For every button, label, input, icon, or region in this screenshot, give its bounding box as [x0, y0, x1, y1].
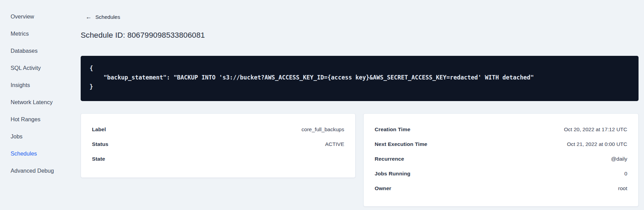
- sidebar-item[interactable]: Advanced Debug: [0, 162, 68, 179]
- sidebar-item[interactable]: Hot Ranges: [0, 111, 68, 128]
- detail-label: Label: [92, 126, 106, 133]
- detail-label: State: [92, 156, 105, 162]
- detail-value: 0: [624, 171, 627, 177]
- back-arrow-icon: ←: [85, 14, 92, 20]
- sidebar-item-label: Advanced Debug: [11, 168, 54, 174]
- detail-label: Jobs Running: [375, 171, 411, 177]
- schedule-statement-code: { "backup_statement": "BACKUP INTO 's3:/…: [90, 64, 630, 91]
- schedule-summary-card: Label core_full_backups Status ACTIVE St…: [81, 113, 355, 178]
- sidebar-item[interactable]: Overview: [0, 8, 68, 25]
- detail-row: Next Execution Time Oct 21, 2022 at 0:00…: [375, 137, 627, 151]
- detail-value: ACTIVE: [325, 141, 344, 147]
- detail-row: Label core_full_backups: [92, 122, 344, 137]
- page-title: Schedule ID: 806799098533806081: [81, 31, 205, 40]
- detail-value: root: [618, 185, 627, 192]
- detail-row: Creation Time Oct 20, 2022 at 17:12 UTC: [375, 122, 627, 137]
- back-to-schedules-link[interactable]: ← Schedules: [85, 14, 120, 20]
- sidebar-item-label: Jobs: [11, 133, 23, 140]
- schedule-timing-card: Creation Time Oct 20, 2022 at 17:12 UTC …: [363, 113, 639, 207]
- sidebar-item-label: Insights: [11, 82, 30, 88]
- detail-value: Oct 21, 2022 at 0:00 UTC: [567, 141, 627, 147]
- detail-value: @daily: [611, 156, 627, 162]
- sidebar-item-label: Overview: [11, 13, 34, 20]
- detail-value: core_full_backups: [301, 126, 344, 133]
- detail-label: Status: [92, 141, 108, 147]
- detail-value: Oct 20, 2022 at 17:12 UTC: [564, 126, 627, 133]
- sidebar-item[interactable]: Network Latency: [0, 94, 68, 111]
- back-link-label: Schedules: [95, 14, 120, 20]
- sidebar-item-label: Metrics: [11, 30, 29, 37]
- sidebar-item[interactable]: Metrics: [0, 25, 68, 42]
- detail-label: Owner: [375, 185, 391, 192]
- detail-row: Owner root: [375, 181, 627, 196]
- detail-row: State: [92, 151, 344, 166]
- sidebar-nav: Overview Metrics Databases SQL Activity …: [0, 0, 68, 210]
- sidebar-item-label: Schedules: [11, 150, 37, 157]
- sidebar-item[interactable]: Databases: [0, 42, 68, 59]
- detail-label: Next Execution Time: [375, 141, 427, 147]
- sidebar-item-label: Network Latency: [11, 99, 53, 106]
- sidebar-item[interactable]: Schedules: [0, 145, 68, 162]
- sidebar-item[interactable]: Insights: [0, 76, 68, 94]
- sidebar-item-label: Databases: [11, 48, 38, 54]
- detail-label: Creation Time: [375, 126, 410, 133]
- detail-label: Recurrence: [375, 156, 404, 162]
- detail-row: Jobs Running 0: [375, 166, 627, 181]
- detail-row: Status ACTIVE: [92, 137, 344, 151]
- detail-row: Recurrence @daily: [375, 151, 627, 166]
- schedule-statement-code-block: { "backup_statement": "BACKUP INTO 's3:/…: [81, 56, 639, 101]
- sidebar-item-label: SQL Activity: [11, 65, 41, 71]
- sidebar-item-list: Overview Metrics Databases SQL Activity …: [0, 8, 68, 179]
- sidebar-item[interactable]: SQL Activity: [0, 59, 68, 76]
- sidebar-item[interactable]: Jobs: [0, 128, 68, 145]
- sidebar-item-label: Hot Ranges: [11, 116, 40, 123]
